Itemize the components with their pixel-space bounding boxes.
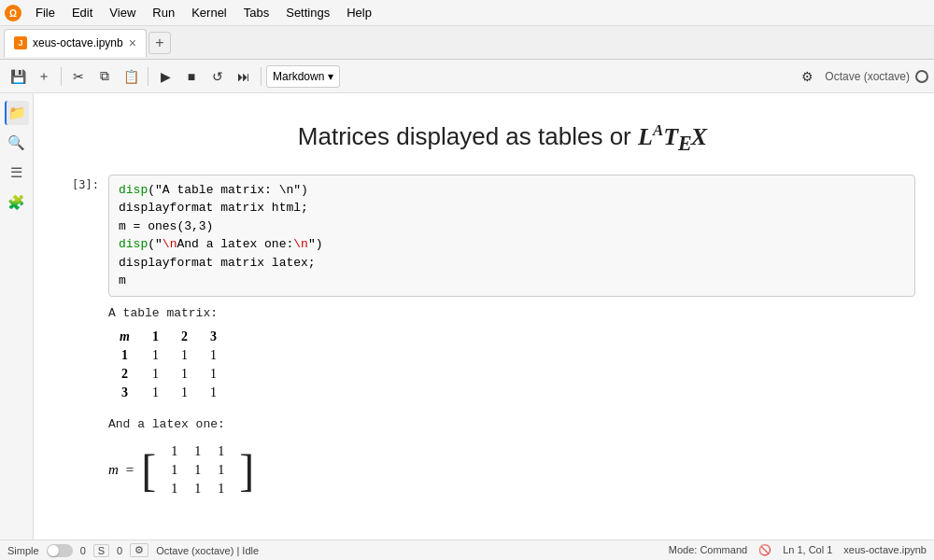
mode-label: Simple bbox=[7, 545, 39, 556]
count2-label: 0 bbox=[117, 545, 122, 556]
statusbar: Simple 0 S 0 ⚙ Octave (xoctave) | Idle M… bbox=[0, 539, 934, 560]
fast-forward-button[interactable]: ⏭ bbox=[232, 64, 256, 89]
table-header-row: m 1 2 3 bbox=[108, 328, 228, 346]
cell-3-1: 1 bbox=[141, 384, 170, 402]
latex-matrix: m = [ 1 1 1 1 1 1 1 1 1 ] bbox=[108, 441, 915, 500]
sidebar-icon-extensions[interactable]: 🧩 bbox=[5, 190, 29, 215]
toggle-track bbox=[47, 544, 73, 557]
cell-type-arrow-icon: ▾ bbox=[328, 70, 333, 83]
code-line-6: m bbox=[119, 272, 905, 290]
latex-intro-text: And a latex one: bbox=[108, 417, 915, 431]
menu-run[interactable]: Run bbox=[145, 4, 182, 21]
gear-box[interactable]: ⚙ bbox=[130, 543, 149, 557]
code-line-2: displayformat matrix html; bbox=[119, 199, 905, 217]
sidebar-icon-list[interactable]: ☰ bbox=[5, 161, 29, 185]
lm-1-1: 1 bbox=[194, 463, 201, 478]
add-cell-button[interactable]: ＋ bbox=[32, 64, 56, 89]
lm-2-1: 1 bbox=[194, 482, 201, 497]
lm-0-2: 1 bbox=[218, 444, 224, 459]
tab-icon: J bbox=[14, 36, 27, 49]
sidebar-icon-search[interactable]: 🔍 bbox=[5, 131, 29, 155]
row-header-3: 3 bbox=[108, 384, 141, 402]
right-bracket-icon: ] bbox=[239, 448, 254, 493]
toolbar-separator-2 bbox=[148, 67, 149, 86]
cell-type-label: Markdown bbox=[273, 70, 324, 83]
left-bracket-icon: [ bbox=[141, 448, 156, 493]
toolbar: 💾 ＋ ✂ ⧉ 📋 ▶ ■ ↺ ⏭ Markdown ▾ ⚙ Octave (x… bbox=[0, 60, 934, 93]
cmd-box[interactable]: S bbox=[93, 544, 109, 557]
mode-command-label: Mode: Command bbox=[669, 544, 747, 556]
notebook-tab[interactable]: J xeus-octave.ipynb × bbox=[4, 29, 147, 57]
cell-3-2: 1 bbox=[170, 384, 199, 402]
toolbar-right: ⚙ Octave (xoctave) bbox=[795, 64, 928, 89]
lm-2-0: 1 bbox=[171, 482, 177, 497]
menu-kernel[interactable]: Kernel bbox=[184, 4, 234, 21]
cut-button[interactable]: ✂ bbox=[66, 64, 91, 89]
kernel-circle-indicator bbox=[915, 70, 928, 83]
app-container: 📁 🔍 ☰ 🧩 Matrices displayed as tables or … bbox=[0, 93, 934, 539]
kernel-idle-label: Octave (xoctave) | Idle bbox=[156, 545, 259, 556]
lm-2-2: 1 bbox=[218, 482, 224, 497]
row-header-2: 2 bbox=[108, 365, 141, 384]
lm-1-2: 1 bbox=[218, 463, 224, 478]
menubar: Ω File Edit View Run Kernel Tabs Setting… bbox=[0, 0, 934, 26]
tab-close-button[interactable]: × bbox=[129, 36, 136, 49]
no-vim-icon: 🚫 bbox=[758, 544, 771, 556]
code-cell: [3]: disp("A table matrix: \n") displayf… bbox=[52, 175, 915, 297]
code-line-5: displayformat matrix latex; bbox=[119, 254, 905, 273]
run-button[interactable]: ▶ bbox=[153, 64, 177, 89]
table-row: 2 1 1 1 bbox=[108, 365, 228, 384]
gear-button[interactable]: ⚙ bbox=[795, 64, 819, 89]
cell-1-1: 1 bbox=[141, 346, 170, 365]
col-header-1: 1 bbox=[141, 328, 170, 346]
menu-tabs[interactable]: Tabs bbox=[236, 4, 276, 21]
row-header-1: 1 bbox=[108, 346, 141, 365]
menu-help[interactable]: Help bbox=[339, 4, 379, 21]
latex-matrix-inner: 1 1 1 1 1 1 1 1 1 bbox=[163, 441, 232, 500]
toolbar-separator-1 bbox=[61, 67, 62, 86]
cell-type-dropdown[interactable]: Markdown ▾ bbox=[266, 65, 340, 88]
menu-view[interactable]: View bbox=[102, 4, 143, 21]
lm-0-1: 1 bbox=[194, 444, 201, 459]
notebook-area: Matrices displayed as tables or LATEX [3… bbox=[34, 93, 934, 538]
restart-button[interactable]: ↺ bbox=[205, 64, 230, 89]
matrix-col-label: m bbox=[108, 328, 141, 346]
tabbar: J xeus-octave.ipynb × + bbox=[0, 26, 934, 60]
code-keyword-1: disp bbox=[119, 183, 148, 197]
code-escape-1: \n bbox=[163, 237, 177, 251]
menu-edit[interactable]: Edit bbox=[64, 4, 100, 21]
filename-label: xeus-octave.ipynb bbox=[843, 544, 927, 556]
svg-text:Ω: Ω bbox=[9, 8, 17, 19]
cell-1-3: 1 bbox=[199, 346, 228, 365]
notebook-heading: Matrices displayed as tables or LATEX bbox=[34, 112, 934, 175]
copy-button[interactable]: ⧉ bbox=[92, 64, 117, 89]
sidebar-icon-folder[interactable]: 📁 bbox=[5, 101, 29, 125]
lm-0-0: 1 bbox=[171, 444, 177, 459]
table-row: 1 1 1 1 bbox=[108, 346, 228, 365]
cell-input[interactable]: disp("A table matrix: \n") displayformat… bbox=[108, 175, 915, 297]
sidebar: 📁 🔍 ☰ 🧩 bbox=[0, 93, 34, 539]
tab-filename: xeus-octave.ipynb bbox=[33, 36, 123, 49]
menu-file[interactable]: File bbox=[28, 4, 63, 21]
cell-2-3: 1 bbox=[199, 365, 228, 384]
simple-toggle[interactable] bbox=[47, 544, 73, 557]
cell-2-1: 1 bbox=[141, 365, 170, 384]
code-escape-2: \n bbox=[293, 237, 308, 251]
menu-settings[interactable]: Settings bbox=[278, 4, 337, 21]
col-header-3: 3 bbox=[199, 328, 228, 346]
stop-button[interactable]: ■ bbox=[179, 64, 204, 89]
paste-button[interactable]: 📋 bbox=[119, 64, 143, 89]
latex-m-label: m bbox=[108, 462, 119, 478]
kernel-status: Octave (xoctave) bbox=[825, 70, 928, 83]
position-label: Ln 1, Col 1 bbox=[783, 544, 832, 556]
output-area: A table matrix: m 1 2 3 1 bbox=[34, 297, 934, 519]
matrix-table: m 1 2 3 1 1 1 1 bbox=[108, 328, 228, 402]
save-button[interactable]: 💾 bbox=[6, 64, 30, 89]
table-row: 3 1 1 1 bbox=[108, 384, 228, 402]
count1-label: 0 bbox=[80, 545, 86, 556]
code-line-1: disp("A table matrix: \n") bbox=[119, 181, 905, 200]
toolbar-separator-3 bbox=[261, 67, 262, 86]
kernel-name-label: Octave (xoctave) bbox=[825, 70, 910, 83]
heading-latex: LATEX bbox=[638, 123, 707, 150]
new-tab-button[interactable]: + bbox=[149, 32, 171, 54]
